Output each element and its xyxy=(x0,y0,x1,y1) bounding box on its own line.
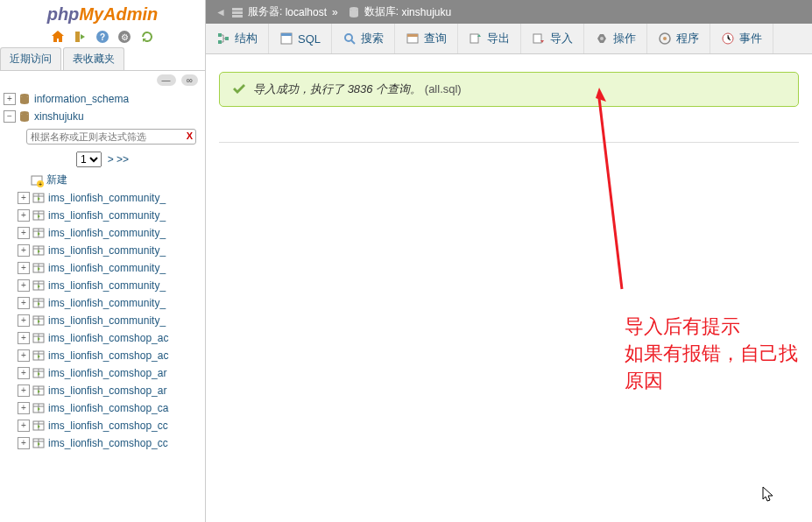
collapse-badge[interactable]: — xyxy=(157,74,176,86)
svg-rect-68 xyxy=(470,34,478,43)
expand-icon[interactable]: + xyxy=(18,262,30,274)
table-item[interactable]: +ims_lionfish_community_ xyxy=(0,224,205,242)
table-item[interactable]: +ims_lionfish_comshop_ac xyxy=(0,329,205,347)
table-label[interactable]: ims_lionfish_community_ xyxy=(48,297,166,309)
expand-icon[interactable]: + xyxy=(18,367,30,379)
table-item[interactable]: +ims_lionfish_community_ xyxy=(0,242,205,259)
panel-handle-icon[interactable]: ◄ xyxy=(215,6,227,18)
expand-icon[interactable]: − xyxy=(4,110,16,123)
table-icon xyxy=(32,261,46,275)
new-table[interactable]: +新建 xyxy=(0,171,205,189)
tab-recent[interactable]: 近期访问 xyxy=(0,47,61,70)
table-item[interactable]: +ims_lionfish_comshop_ar xyxy=(0,364,205,382)
table-label[interactable]: ims_lionfish_community_ xyxy=(48,227,166,239)
table-item[interactable]: +ims_lionfish_community_ xyxy=(0,277,205,294)
db-item-xinshujuku[interactable]: −xinshujuku xyxy=(0,108,205,125)
table-label[interactable]: ims_lionfish_community_ xyxy=(48,262,166,274)
table-label[interactable]: ims_lionfish_comshop_ac xyxy=(48,332,168,344)
table-item[interactable]: +ims_lionfish_comshop_ar xyxy=(0,382,205,399)
database-icon xyxy=(18,109,32,123)
logout-icon[interactable] xyxy=(74,30,88,44)
expand-icon[interactable]: + xyxy=(18,297,30,309)
table-label[interactable]: ims_lionfish_comshop_ca xyxy=(48,402,168,414)
reload-icon[interactable] xyxy=(140,30,154,44)
table-item[interactable]: +ims_lionfish_community_ xyxy=(0,259,205,277)
table-item[interactable]: +ims_lionfish_comshop_ca xyxy=(0,399,205,417)
expand-icon[interactable]: + xyxy=(18,279,30,292)
divider xyxy=(219,142,799,143)
query-icon xyxy=(406,32,420,46)
database-icon xyxy=(18,92,32,106)
table-label[interactable]: ims_lionfish_community_ xyxy=(48,279,166,292)
table-item[interactable]: +ims_lionfish_comshop_ac xyxy=(0,347,205,364)
pager-next[interactable]: > >> xyxy=(108,153,129,166)
svg-point-70 xyxy=(600,37,604,40)
settings-icon[interactable]: ⚙ xyxy=(117,30,131,44)
table-label[interactable]: ims_lionfish_comshop_ar xyxy=(48,384,166,397)
breadcrumb-separator: » xyxy=(332,6,338,18)
sidebar: phpMyAdmin ? ⚙ 近期访问 表收藏夹 — ∞ +informatio… xyxy=(0,0,206,522)
table-label[interactable]: ims_lionfish_community_ xyxy=(48,209,166,222)
menu-search[interactable]: 搜索 xyxy=(332,24,395,53)
table-label[interactable]: ims_lionfish_comshop_cc xyxy=(48,420,168,432)
expand-icon[interactable]: + xyxy=(18,227,30,239)
menu-events[interactable]: 事件 xyxy=(710,24,773,53)
db-name[interactable]: xinshujuku xyxy=(401,6,451,18)
table-label[interactable]: ims_lionfish_comshop_cc xyxy=(48,437,168,449)
menu-label: 导入 xyxy=(550,31,573,46)
menu-operations[interactable]: 操作 xyxy=(584,24,647,53)
server-name[interactable]: localhost xyxy=(286,6,327,18)
home-icon[interactable] xyxy=(51,30,65,44)
table-label[interactable]: ims_lionfish_community_ xyxy=(48,244,166,257)
svg-point-72 xyxy=(663,37,667,40)
menu-label: 搜索 xyxy=(361,31,384,46)
table-item[interactable]: +ims_lionfish_community_ xyxy=(0,294,205,312)
expand-icon[interactable]: + xyxy=(18,437,30,449)
filter-input[interactable] xyxy=(26,129,196,145)
page-select[interactable]: 1 xyxy=(76,152,102,167)
docs-icon[interactable]: ? xyxy=(95,30,109,44)
table-item[interactable]: +ims_lionfish_community_ xyxy=(0,189,205,207)
svg-line-65 xyxy=(351,40,355,44)
expand-icon[interactable]: + xyxy=(18,314,30,327)
svg-rect-61 xyxy=(225,37,229,40)
expand-icon[interactable]: + xyxy=(18,192,30,204)
mouse-cursor-icon xyxy=(762,486,776,504)
menu-routines[interactable]: 程序 xyxy=(647,24,710,53)
link-badge[interactable]: ∞ xyxy=(181,74,198,86)
table-label[interactable]: ims_lionfish_comshop_ar xyxy=(48,367,166,379)
menu-export[interactable]: 导出 xyxy=(458,24,521,53)
menu-import[interactable]: 导入 xyxy=(521,24,584,53)
table-icon xyxy=(32,191,46,205)
expand-icon[interactable]: + xyxy=(18,209,30,222)
db-label[interactable]: xinshujuku xyxy=(34,110,84,123)
table-item[interactable]: +ims_lionfish_comshop_cc xyxy=(0,417,205,434)
table-pager: 1 > >> xyxy=(0,148,205,171)
svg-rect-67 xyxy=(407,34,418,37)
expand-icon[interactable]: + xyxy=(18,384,30,397)
table-icon xyxy=(32,384,46,398)
expand-icon[interactable]: + xyxy=(18,332,30,344)
table-item[interactable]: +ims_lionfish_comshop_cc xyxy=(0,434,205,452)
expand-icon[interactable]: + xyxy=(18,420,30,432)
tab-favorites[interactable]: 表收藏夹 xyxy=(63,47,124,70)
svg-rect-56 xyxy=(232,11,243,14)
logo[interactable]: phpMyAdmin xyxy=(0,0,205,26)
clear-filter-icon[interactable]: X xyxy=(187,130,193,141)
success-message: 导入成功，执行了 3836 个查询。 (all.sql) xyxy=(219,72,799,107)
breadcrumb: ◄ 服务器: localhost » 数据库: xinshujuku xyxy=(206,0,812,24)
table-item[interactable]: +ims_lionfish_community_ xyxy=(0,207,205,224)
table-item[interactable]: +ims_lionfish_community_ xyxy=(0,312,205,329)
expand-icon[interactable]: + xyxy=(18,244,30,257)
db-label[interactable]: information_schema xyxy=(34,93,129,105)
menu-structure[interactable]: 结构 xyxy=(206,24,269,53)
menu-query[interactable]: 查询 xyxy=(395,24,458,53)
menu-sql[interactable]: SQL xyxy=(269,24,332,53)
expand-icon[interactable]: + xyxy=(4,93,16,105)
expand-icon[interactable]: + xyxy=(18,349,30,362)
db-item-information_schema[interactable]: +information_schema xyxy=(0,90,205,108)
expand-icon[interactable]: + xyxy=(18,402,30,414)
table-label[interactable]: ims_lionfish_community_ xyxy=(48,192,166,204)
table-label[interactable]: ims_lionfish_community_ xyxy=(48,314,166,327)
table-label[interactable]: ims_lionfish_comshop_ac xyxy=(48,349,168,362)
